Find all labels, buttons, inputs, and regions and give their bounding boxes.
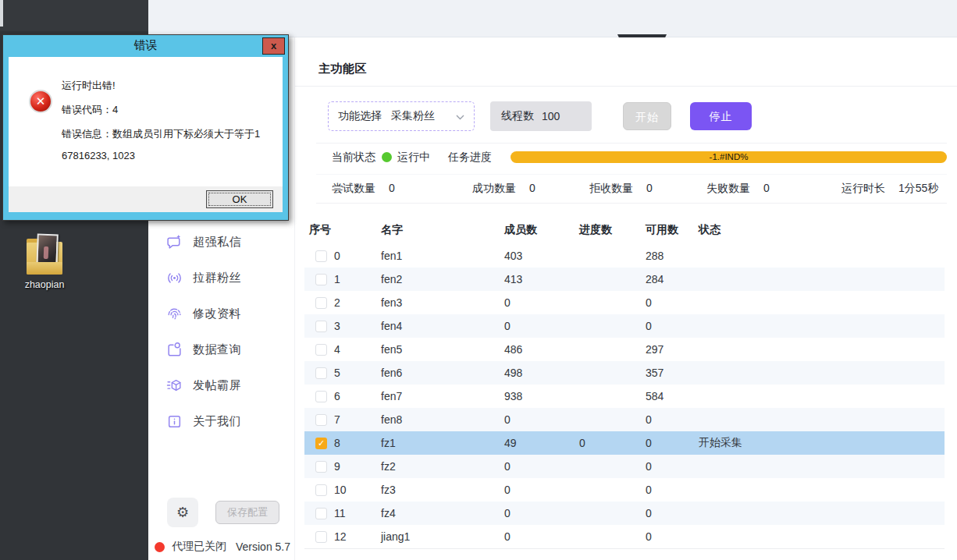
row-checkbox[interactable] — [315, 484, 327, 496]
cell-members: 0 — [504, 530, 579, 543]
stat-label: 运行时长 — [841, 182, 885, 196]
table-row[interactable]: 4fen5486297 — [304, 338, 945, 361]
current-state-value: 运行中 — [397, 151, 430, 165]
window-edge-sliver — [0, 0, 3, 27]
cell-name: fen2 — [381, 273, 504, 285]
divider — [295, 86, 957, 87]
current-state-label: 当前状态 — [332, 151, 375, 165]
sidebar-item-data-query[interactable]: 数据查询 — [148, 337, 295, 362]
cell-members: 0 — [504, 296, 579, 309]
function-select-dropdown[interactable]: 功能选择 采集粉丝 — [328, 101, 475, 131]
start-button[interactable]: 开始 — [623, 102, 671, 130]
table-row[interactable]: 11fz400 — [304, 502, 945, 525]
row-checkbox[interactable] — [315, 461, 327, 473]
table-row[interactable]: 3fen400 — [304, 314, 945, 338]
progress-bar: -1.#IND% — [511, 151, 947, 163]
row-checkbox[interactable] — [315, 414, 327, 426]
ok-button[interactable]: OK — [206, 190, 273, 208]
table-row[interactable]: 12jiang100 — [304, 525, 945, 548]
stat-label: 失败数量 — [706, 182, 750, 196]
table-header: 序号 名字 成员数 进度数 可用数 状态 — [304, 217, 945, 244]
cell-name: fen4 — [381, 320, 504, 332]
cell-index: 8 — [334, 437, 381, 449]
cell-members: 0 — [504, 460, 579, 473]
table-row[interactable]: 6fen7938584 — [304, 385, 945, 408]
cell-available: 284 — [646, 273, 699, 285]
cell-available: 584 — [646, 390, 699, 402]
column-header-status: 状态 — [699, 223, 945, 244]
section-title: 主功能区 — [318, 62, 367, 76]
save-config-button[interactable]: 保存配置 — [215, 501, 279, 524]
broadcast-icon — [165, 269, 183, 286]
status-panel: 当前状态 运行中 任务进度 -1.#IND% 尝试数量 0 成功数量 0 — [316, 143, 947, 204]
row-checkbox[interactable] — [315, 250, 327, 262]
row-checkbox[interactable] — [315, 508, 327, 519]
sidebar-item-label: 超强私信 — [193, 235, 241, 250]
row-checkbox-checked[interactable]: ✓ — [315, 438, 327, 449]
cell-index: 10 — [334, 484, 381, 496]
divider — [316, 174, 947, 175]
row-checkbox[interactable] — [315, 297, 327, 309]
close-icon[interactable]: x — [262, 37, 285, 55]
table-row[interactable]: 0fen1403288 — [304, 244, 945, 268]
status-row: 当前状态 运行中 任务进度 -1.#IND% — [316, 150, 947, 164]
row-checkbox[interactable] — [315, 391, 327, 402]
table-row[interactable]: 9fz200 — [304, 455, 945, 478]
chat-star-icon — [165, 233, 183, 250]
table-row[interactable]: 1fen2413284 — [304, 268, 945, 291]
error-dialog: 错误 x ✕ 运行时出错! 错误代码：4 错误信息：数组成员引用下标必须大于等于… — [2, 34, 289, 221]
gear-icon: ⚙ — [176, 504, 189, 521]
folder-icon — [27, 242, 62, 275]
cell-members: 0 — [504, 320, 579, 332]
stat-rejected: 拒收数量 0 — [589, 182, 653, 196]
stats-row: 尝试数量 0 成功数量 0 拒收数量 0 失败数量 0 — [316, 182, 947, 196]
cell-index: 7 — [334, 413, 381, 426]
table-body: 0fen14032881fen24132842fen3003fen4004fen… — [304, 244, 945, 549]
stat-runtime: 运行时长 1分55秒 — [841, 182, 938, 196]
function-select-label: 功能选择 — [338, 109, 382, 123]
row-checkbox[interactable] — [315, 344, 327, 356]
sidebar-item-about-us[interactable]: 关于我们 — [148, 409, 295, 434]
profile-card-icon — [165, 341, 183, 358]
cube-post-icon — [165, 377, 183, 394]
settings-gear-button[interactable]: ⚙ — [167, 498, 198, 527]
table-row[interactable]: 5fen6498357 — [304, 361, 945, 385]
row-checkbox[interactable] — [315, 531, 327, 543]
table-row[interactable]: 7fen800 — [304, 408, 945, 431]
row-checkbox[interactable] — [315, 321, 327, 332]
table-row[interactable]: ✓8fz14900开始采集 — [304, 431, 945, 455]
sidebar-item-label: 修改资料 — [193, 307, 241, 321]
row-checkbox[interactable] — [315, 367, 327, 379]
row-checkbox[interactable] — [315, 274, 327, 285]
cell-name: fen3 — [381, 296, 504, 309]
main-panel: 主功能区 功能选择 采集粉丝 线程数 100 开始 停止 当前状态 运行中 任务… — [295, 37, 957, 560]
cell-name: fen6 — [381, 367, 504, 379]
dialog-footer: OK — [9, 186, 283, 212]
sidebar-item-private-message[interactable]: 超强私信 — [148, 229, 295, 254]
sidebar-item-group-fans[interactable]: 拉群粉丝 — [148, 265, 295, 290]
desktop-folder-zhaopian[interactable]: zhaopian — [17, 242, 72, 290]
cell-available: 0 — [646, 507, 699, 519]
stat-value: 1分55秒 — [898, 182, 938, 196]
error-line-3: 错误信息：数组成员引用下标必须大于等于1 — [62, 127, 260, 141]
column-header-available: 可用数 — [646, 223, 699, 244]
cell-name: fen5 — [381, 343, 504, 356]
thread-count-input[interactable]: 线程数 100 — [490, 101, 592, 131]
cell-status: 开始采集 — [699, 436, 945, 450]
proxy-status-text: 代理已关闭 — [172, 540, 226, 554]
table-row[interactable]: 2fen300 — [304, 291, 945, 314]
table-row[interactable]: 10fz300 — [304, 478, 945, 502]
cell-index: 2 — [334, 296, 381, 309]
sidebar-item-post-flood[interactable]: 发帖霸屏 — [148, 373, 295, 398]
error-line-2: 错误代码：4 — [62, 103, 118, 117]
stat-failed: 失败数量 0 — [706, 182, 770, 196]
stat-value: 0 — [389, 182, 395, 196]
cell-members: 0 — [504, 507, 579, 519]
task-progress-label: 任务进度 — [448, 151, 492, 165]
cell-members: 0 — [504, 484, 579, 496]
stop-button[interactable]: 停止 — [690, 102, 752, 130]
sidebar-item-edit-profile[interactable]: 修改资料 — [148, 301, 295, 326]
error-icon: ✕ — [29, 90, 52, 113]
stat-label: 成功数量 — [472, 182, 516, 196]
cell-available: 297 — [646, 343, 699, 356]
